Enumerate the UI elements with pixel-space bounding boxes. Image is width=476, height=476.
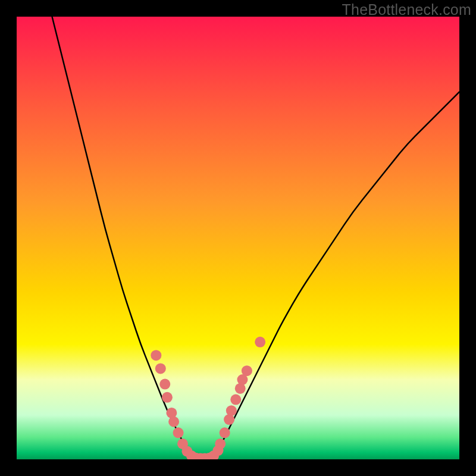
chart-frame: TheBottleneck.com — [0, 0, 476, 476]
data-marker — [159, 379, 170, 390]
curve-left-branch — [52, 17, 194, 459]
data-marker — [162, 392, 173, 403]
plot-area — [17, 17, 459, 459]
data-marker — [220, 427, 230, 438]
bottleneck-curve — [17, 17, 459, 459]
data-marker — [173, 427, 184, 438]
data-marker — [168, 416, 179, 427]
curve-right-branch — [211, 92, 459, 459]
data-marker — [230, 394, 241, 405]
data-marker — [226, 405, 237, 416]
data-marker — [215, 439, 226, 449]
data-marker — [242, 365, 252, 376]
watermark-text: TheBottleneck.com — [342, 1, 471, 18]
data-marker — [151, 350, 161, 361]
data-marker — [255, 337, 265, 347]
data-marker — [155, 363, 166, 374]
